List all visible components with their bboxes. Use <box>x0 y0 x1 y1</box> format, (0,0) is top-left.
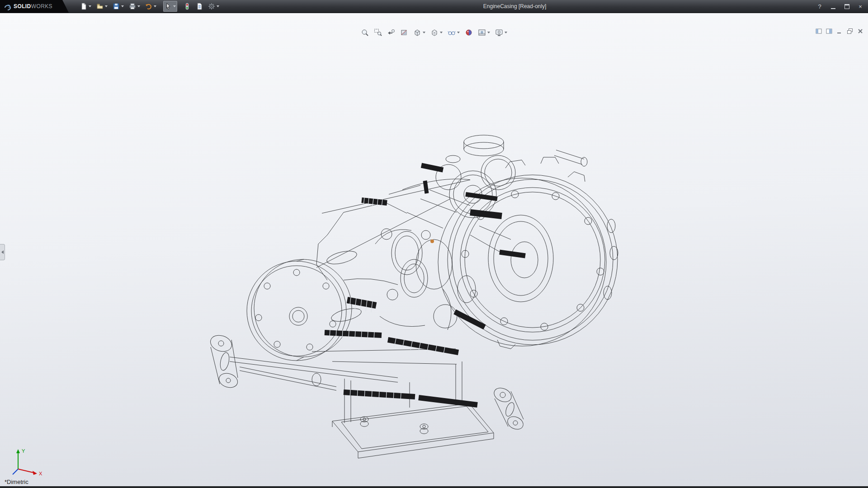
chevron-down-icon <box>154 5 156 7</box>
zoom-to-area-icon <box>374 28 382 37</box>
view-orientation-cube-icon <box>413 28 421 37</box>
split-pane-button[interactable] <box>816 28 822 36</box>
graphics-viewport[interactable]: Y X *Dimetric <box>0 13 868 488</box>
file-properties-icon <box>196 3 203 10</box>
new-document-button[interactable] <box>79 1 93 12</box>
rebuild-button[interactable] <box>182 1 192 12</box>
doc-close-button[interactable] <box>857 28 863 36</box>
window-bottom-edge <box>0 486 868 488</box>
document-window-controls <box>816 28 863 36</box>
doc-restore-button[interactable] <box>847 28 853 36</box>
save-icon <box>113 3 120 10</box>
view-orientation-button[interactable] <box>413 28 426 37</box>
chevron-down-icon <box>487 32 490 33</box>
collapse-arrow-icon <box>1 250 4 254</box>
apply-scene-icon <box>478 28 486 37</box>
standard-toolbar <box>79 1 221 12</box>
window-controls: ? × <box>816 0 864 13</box>
file-properties-button[interactable] <box>194 1 204 12</box>
brand-solid: SOLID <box>14 3 31 9</box>
selection-highlight-dot <box>430 239 434 243</box>
task-pane-button[interactable] <box>826 28 832 36</box>
brand-works: WORKS <box>31 3 52 9</box>
edit-appearance-ball-icon <box>465 28 473 37</box>
z-axis-line <box>13 469 18 474</box>
x-axis-label: X <box>39 471 42 476</box>
solidworks-logo: SOLIDWORKS <box>0 0 69 13</box>
task-pane-icon <box>826 28 832 34</box>
options-gear-icon <box>208 3 215 10</box>
rebuild-traffic-light-icon <box>184 3 191 10</box>
chevron-down-icon <box>105 5 108 7</box>
minimize-button[interactable] <box>829 2 837 11</box>
section-view-button[interactable] <box>400 28 409 37</box>
chevron-down-icon <box>89 5 91 7</box>
display-style-cube-icon <box>430 28 439 37</box>
featuremanager-collapse-tab[interactable] <box>0 244 5 260</box>
previous-view-button[interactable] <box>387 28 396 37</box>
section-view-icon <box>400 28 408 37</box>
doc-close-icon <box>857 28 863 34</box>
chevron-down-icon <box>457 32 460 33</box>
view-settings-icon <box>495 28 503 37</box>
reference-triad: Y X <box>8 446 44 478</box>
display-style-button[interactable] <box>430 28 443 37</box>
select-button[interactable] <box>163 1 177 12</box>
new-document-icon <box>80 3 87 10</box>
undo-button[interactable] <box>144 1 158 12</box>
chevron-down-icon <box>173 5 176 7</box>
brand-text: SOLIDWORKS <box>14 3 52 9</box>
doc-restore-icon <box>847 28 853 34</box>
close-button[interactable]: × <box>856 2 864 11</box>
chevron-down-icon <box>121 5 124 7</box>
print-button[interactable] <box>127 1 142 12</box>
solidworks-window: { "titlebar": { "brand_bold": "SOLID", "… <box>0 0 868 488</box>
zoom-to-area-button[interactable] <box>373 28 382 37</box>
zoom-to-fit-button[interactable] <box>360 28 369 37</box>
dassault-3ds-icon <box>4 3 11 10</box>
window-title: EngineCasing [Read-only] <box>483 0 546 13</box>
split-pane-icon <box>816 28 822 34</box>
chevron-down-icon <box>137 5 140 7</box>
chevron-down-icon <box>217 5 219 7</box>
y-axis-label: Y <box>22 448 25 454</box>
select-cursor-icon <box>165 3 172 10</box>
apply-scene-button[interactable] <box>477 28 491 37</box>
zoom-to-fit-icon <box>361 28 369 37</box>
doc-minimize-button[interactable] <box>836 28 843 36</box>
edit-appearance-button[interactable] <box>464 28 473 37</box>
undo-icon <box>145 3 152 10</box>
help-button[interactable]: ? <box>816 2 824 11</box>
hide-show-items-button[interactable] <box>447 28 460 37</box>
chevron-down-icon <box>423 32 425 33</box>
titlebar: SOLIDWORKS <box>0 0 868 13</box>
x-axis-arrow <box>33 471 37 475</box>
heads-up-view-toolbar <box>360 28 508 37</box>
maximize-icon <box>844 4 849 9</box>
open-button[interactable] <box>95 1 109 12</box>
maximize-button[interactable] <box>843 2 851 11</box>
view-settings-button[interactable] <box>495 28 508 37</box>
y-axis-arrow <box>16 449 20 453</box>
options-button[interactable] <box>207 1 221 12</box>
hide-show-glasses-icon <box>448 28 456 37</box>
previous-view-icon <box>387 28 395 37</box>
chevron-down-icon <box>505 32 507 33</box>
doc-minimize-icon <box>836 28 843 34</box>
engine-casing-wireframe-model[interactable] <box>0 0 868 488</box>
save-button[interactable] <box>111 1 125 12</box>
minimize-icon <box>831 8 835 9</box>
print-icon <box>129 3 136 10</box>
open-folder-icon <box>96 3 104 10</box>
chevron-down-icon <box>440 32 443 33</box>
view-orientation-label: *Dimetric <box>5 479 28 485</box>
